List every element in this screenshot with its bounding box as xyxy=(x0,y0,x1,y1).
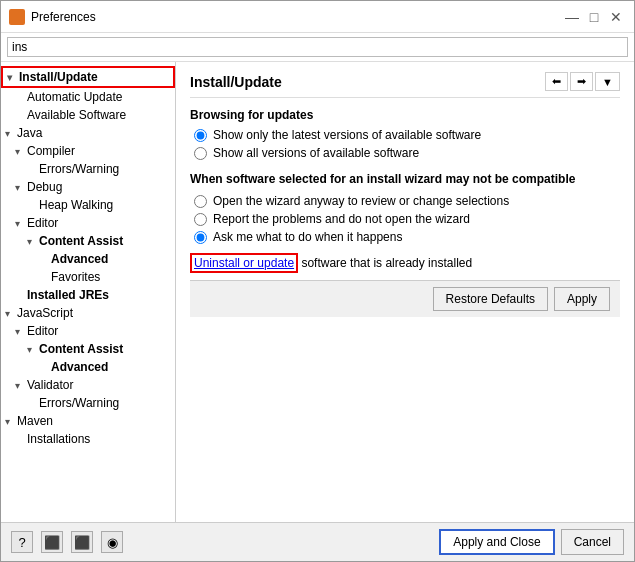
minimize-button[interactable]: — xyxy=(562,7,582,27)
uninstall-link[interactable]: Uninstall or update xyxy=(190,253,298,273)
arrow-icon: ▾ xyxy=(15,218,25,229)
content-header: Install/Update ⬅ ➡ ▼ xyxy=(190,72,620,98)
sidebar-item-label: Automatic Update xyxy=(27,90,122,104)
search-input[interactable] xyxy=(7,37,628,57)
compatible-title: When software selected for an install wi… xyxy=(190,172,620,186)
ask-me-label: Ask me what to do when it happens xyxy=(213,230,402,244)
sidebar-item-label: Compiler xyxy=(27,144,75,158)
arrow-icon: ▾ xyxy=(15,182,25,193)
sidebar: ▾ Install/Update Automatic Update Availa… xyxy=(1,62,176,522)
show-latest-radio[interactable] xyxy=(194,129,207,142)
restore-defaults-button[interactable]: Restore Defaults xyxy=(433,287,548,311)
arrow-icon: ▾ xyxy=(5,308,15,319)
sidebar-item-errors-warning[interactable]: Errors/Warning xyxy=(1,160,175,178)
sidebar-item-label: Debug xyxy=(27,180,62,194)
sidebar-item-automatic-update[interactable]: Automatic Update xyxy=(1,88,175,106)
uninstall-line: Uninstall or update software that is alr… xyxy=(190,256,620,270)
import-icon[interactable]: ⬛ xyxy=(71,531,93,553)
sidebar-item-install-update[interactable]: ▾ Install/Update xyxy=(1,66,175,88)
uninstall-suffix: software that is already installed xyxy=(298,256,472,270)
sidebar-item-label: Errors/Warning xyxy=(39,162,119,176)
show-latest-label: Show only the latest versions of availab… xyxy=(213,128,481,142)
arrow-icon: ▾ xyxy=(5,128,15,139)
content-bottom-bar: Restore Defaults Apply xyxy=(190,280,620,317)
open-anyway-label: Open the wizard anyway to review or chan… xyxy=(213,194,509,208)
close-button[interactable]: ✕ xyxy=(606,7,626,27)
sidebar-item-label: Install/Update xyxy=(19,70,98,84)
window-controls: — □ ✕ xyxy=(562,7,626,27)
content-title: Install/Update xyxy=(190,74,282,90)
ask-me-option[interactable]: Ask me what to do when it happens xyxy=(194,230,620,244)
sidebar-item-content-assist[interactable]: ▾ Content Assist xyxy=(1,232,175,250)
sidebar-item-favorites[interactable]: Favorites xyxy=(1,268,175,286)
open-anyway-radio[interactable] xyxy=(194,195,207,208)
browsing-options: Show only the latest versions of availab… xyxy=(194,128,620,160)
window-title: Preferences xyxy=(31,10,562,24)
report-problems-radio[interactable] xyxy=(194,213,207,226)
sidebar-item-label: Advanced xyxy=(51,360,108,374)
footer-icons: ? ⬛ ⬛ ◉ xyxy=(11,531,123,553)
arrow-icon: ▾ xyxy=(27,236,37,247)
apply-and-close-button[interactable]: Apply and Close xyxy=(439,529,554,555)
sidebar-item-heap-walking[interactable]: Heap Walking xyxy=(1,196,175,214)
help-icon[interactable]: ? xyxy=(11,531,33,553)
sidebar-item-editor[interactable]: ▾ Editor xyxy=(1,214,175,232)
sidebar-item-label: Editor xyxy=(27,216,58,230)
arrow-icon: ▾ xyxy=(15,146,25,157)
show-all-label: Show all versions of available software xyxy=(213,146,419,160)
open-anyway-option[interactable]: Open the wizard anyway to review or chan… xyxy=(194,194,620,208)
compatible-section: When software selected for an install wi… xyxy=(190,172,620,244)
sidebar-item-label: Content Assist xyxy=(39,342,123,356)
main-content: ▾ Install/Update Automatic Update Availa… xyxy=(1,62,634,522)
compatible-options: Open the wizard anyway to review or chan… xyxy=(194,194,620,244)
browsing-title: Browsing for updates xyxy=(190,108,620,122)
ask-me-radio[interactable] xyxy=(194,231,207,244)
search-bar xyxy=(1,33,634,62)
export-icon[interactable]: ⬛ xyxy=(41,531,63,553)
report-problems-option[interactable]: Report the problems and do not open the … xyxy=(194,212,620,226)
sidebar-item-label: Favorites xyxy=(51,270,100,284)
sidebar-item-label: Validator xyxy=(27,378,73,392)
apply-button[interactable]: Apply xyxy=(554,287,610,311)
sidebar-item-java[interactable]: ▾ Java xyxy=(1,124,175,142)
sidebar-item-validator[interactable]: ▾ Validator xyxy=(1,376,175,394)
sidebar-item-javascript[interactable]: ▾ JavaScript xyxy=(1,304,175,322)
sidebar-item-label: Content Assist xyxy=(39,234,123,248)
preferences-window: Preferences — □ ✕ ▾ Install/Update Autom… xyxy=(0,0,635,562)
footer: ? ⬛ ⬛ ◉ Apply and Close Cancel xyxy=(1,522,634,561)
content-panel: Install/Update ⬅ ➡ ▼ Browsing for update… xyxy=(176,62,634,522)
sidebar-item-label: Advanced xyxy=(51,252,108,266)
sidebar-item-installations[interactable]: Installations xyxy=(1,430,175,448)
arrow-icon: ▾ xyxy=(5,416,15,427)
show-all-option[interactable]: Show all versions of available software xyxy=(194,146,620,160)
show-latest-option[interactable]: Show only the latest versions of availab… xyxy=(194,128,620,142)
sidebar-item-label: Editor xyxy=(27,324,58,338)
show-all-radio[interactable] xyxy=(194,147,207,160)
sidebar-item-js-errors-warning[interactable]: Errors/Warning xyxy=(1,394,175,412)
settings-icon[interactable]: ◉ xyxy=(101,531,123,553)
nav-back-button[interactable]: ⬅ xyxy=(545,72,568,91)
footer-buttons: Apply and Close Cancel xyxy=(439,529,624,555)
sidebar-item-label: Heap Walking xyxy=(39,198,113,212)
nav-menu-button[interactable]: ▼ xyxy=(595,72,620,91)
sidebar-item-js-editor[interactable]: ▾ Editor xyxy=(1,322,175,340)
nav-forward-button[interactable]: ➡ xyxy=(570,72,593,91)
arrow-icon: ▾ xyxy=(15,380,25,391)
sidebar-item-available-software[interactable]: Available Software xyxy=(1,106,175,124)
browsing-section: Browsing for updates Show only the lates… xyxy=(190,108,620,160)
sidebar-item-debug[interactable]: ▾ Debug xyxy=(1,178,175,196)
sidebar-item-js-content-assist[interactable]: ▾ Content Assist xyxy=(1,340,175,358)
sidebar-item-label: Maven xyxy=(17,414,53,428)
cancel-button[interactable]: Cancel xyxy=(561,529,624,555)
sidebar-item-label: Errors/Warning xyxy=(39,396,119,410)
arrow-icon: ▾ xyxy=(27,344,37,355)
sidebar-item-compiler[interactable]: ▾ Compiler xyxy=(1,142,175,160)
sidebar-item-label: Java xyxy=(17,126,42,140)
sidebar-item-js-advanced[interactable]: Advanced xyxy=(1,358,175,376)
title-bar: Preferences — □ ✕ xyxy=(1,1,634,33)
sidebar-item-installed-jres[interactable]: Installed JREs xyxy=(1,286,175,304)
report-problems-label: Report the problems and do not open the … xyxy=(213,212,470,226)
maximize-button[interactable]: □ xyxy=(584,7,604,27)
sidebar-item-maven[interactable]: ▾ Maven xyxy=(1,412,175,430)
sidebar-item-advanced[interactable]: Advanced xyxy=(1,250,175,268)
